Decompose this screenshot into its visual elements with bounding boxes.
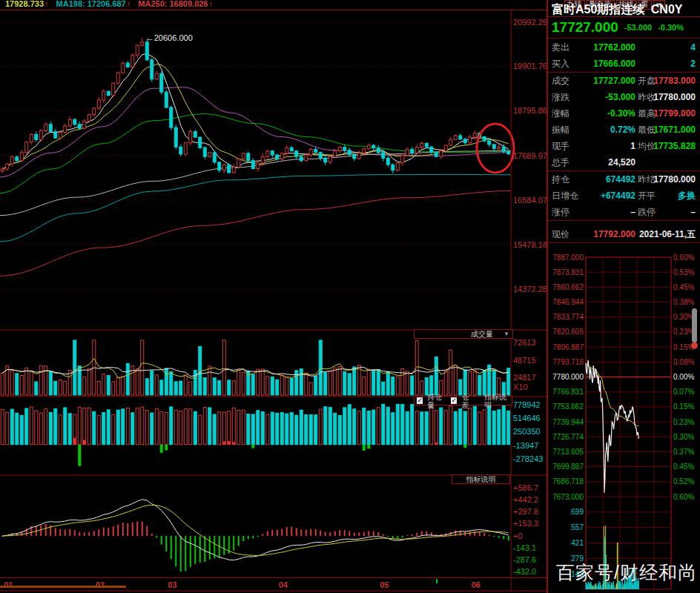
intraday-chart[interactable]: 7887.0007873.8317860.6627846.9447833.774…	[547, 252, 700, 593]
svg-text:20992.29: 20992.29	[513, 18, 547, 27]
volume-pane	[1, 340, 510, 395]
indicator-help-link[interactable]: 指标说明	[484, 393, 512, 409]
svg-text:7833.774: 7833.774	[552, 313, 584, 321]
quote-row-涨停: 涨停–跌停–	[548, 204, 700, 221]
svg-text:-13947: -13947	[513, 441, 538, 450]
svg-text:7686.718: 7686.718	[552, 477, 584, 486]
svg-text:7860.662: 7860.662	[552, 283, 584, 291]
instrument-title: 富时A50期指连续 CN0Y	[548, 0, 700, 17]
diff-checkbox-icon[interactable]: ✓	[451, 397, 457, 404]
last-price-row: 17727.000 -53.000 -0.30%	[548, 17, 700, 39]
svg-text:19901.76: 19901.76	[513, 62, 547, 70]
svg-text:0.38%: 0.38%	[673, 298, 694, 306]
price-change-pct: -0.30%	[658, 23, 684, 32]
svg-text:-287.6: -287.6	[513, 555, 536, 564]
chart-area[interactable]: 20992.2919901.7618795.8617689.9716584.07…	[0, 0, 547, 593]
volume-indicator-dropdown[interactable]: 成交量 ▼	[414, 329, 513, 339]
svg-text:+586.7: +586.7	[513, 483, 538, 492]
indicator-help-link-2[interactable]: 指标说明	[466, 475, 496, 483]
svg-text:421: 421	[571, 539, 584, 547]
svg-text:0.45%: 0.45%	[673, 463, 694, 471]
svg-text:0.15%: 0.15%	[673, 402, 694, 411]
svg-text:0.23%: 0.23%	[673, 418, 694, 426]
svg-text:0.00%: 0.00%	[673, 373, 694, 381]
svg-text:7887.000: 7887.000	[552, 254, 584, 262]
last-price: 17727.000	[552, 19, 618, 36]
svg-text:557: 557	[571, 523, 584, 531]
svg-text:0.37%: 0.37%	[673, 448, 694, 456]
svg-text:7793.718: 7793.718	[552, 358, 584, 366]
svg-text:0.30%: 0.30%	[673, 313, 694, 321]
svg-text:48715: 48715	[513, 356, 536, 365]
svg-text:7739.944: 7739.944	[552, 418, 584, 426]
svg-text:+153.3: +153.3	[513, 519, 538, 528]
svg-text:72613: 72613	[513, 338, 536, 347]
svg-text:17689.97: 17689.97	[513, 151, 547, 160]
svg-text:03: 03	[168, 580, 176, 589]
price-line	[586, 360, 638, 493]
svg-text:7846.944: 7846.944	[552, 298, 584, 306]
svg-text:0.23%: 0.23%	[673, 328, 694, 336]
svg-text:+297.8: +297.8	[513, 507, 538, 516]
svg-text:16584.07: 16584.07	[513, 196, 547, 205]
svg-text:7753.662: 7753.662	[552, 402, 584, 411]
svg-text:0.53%: 0.53%	[673, 268, 694, 276]
quote-row-卖出: 卖出17762.0004	[548, 39, 700, 56]
svg-text:0.52%: 0.52%	[673, 477, 694, 486]
svg-text:18795.86: 18795.86	[513, 106, 547, 115]
quote-row-持仓: 持仓674492昨结17780.000	[548, 171, 700, 188]
svg-text:7699.887: 7699.887	[552, 463, 584, 471]
svg-text:7713.605: 7713.605	[552, 448, 584, 456]
open-interest-controls: ✓ 持仓量 ✓ 仓差 指标说明	[414, 396, 512, 405]
volume-header-label: 成交量	[471, 330, 493, 338]
svg-text:7873.831: 7873.831	[552, 268, 584, 276]
svg-text:7806.887: 7806.887	[552, 343, 584, 351]
svg-text:X10: X10	[513, 382, 528, 391]
svg-text:0.15%: 0.15%	[673, 343, 694, 351]
oi-checkbox-icon[interactable]: ✓	[417, 397, 423, 404]
instrument-name: 富时A50期指连续	[552, 3, 644, 16]
diff-checkbox-label[interactable]: 仓差	[461, 393, 475, 409]
quote-row-振幅: 振幅0.72%最低17671.000	[548, 122, 700, 138]
instrument-code: CN0Y	[651, 3, 683, 16]
quote-row-成交: 成交17727.000开盘17783.000	[548, 73, 700, 89]
peak-annotation: ←20606.000	[146, 33, 193, 42]
svg-text:14372.28: 14372.28	[513, 285, 547, 294]
svg-text:05: 05	[380, 580, 389, 589]
svg-text:0.60%: 0.60%	[673, 254, 694, 262]
main-chart-canvas[interactable]: 20992.2919901.7618795.8617689.9716584.07…	[0, 0, 547, 593]
svg-text:0.08%: 0.08%	[673, 358, 694, 366]
svg-text:06: 06	[472, 580, 481, 589]
svg-text:0.60%: 0.60%	[673, 493, 694, 501]
mini-grid	[586, 257, 671, 589]
svg-text:7726.774: 7726.774	[552, 433, 584, 441]
watermark: 百家号/财经和尚	[556, 560, 697, 585]
quote-row-涨跌: 涨跌-53.000昨收17780.000	[548, 89, 700, 105]
macd-help-box: 指标说明	[452, 474, 510, 484]
marker-tick	[436, 579, 438, 583]
quote-row-买入: 买入17666.0002	[548, 56, 700, 73]
quote-row-总手: 总手24,520	[548, 154, 700, 171]
quote-row-日增仓: 日增仓+674492开平多换	[548, 188, 700, 204]
candles-group	[1, 38, 510, 173]
price-change: -53.000	[624, 23, 652, 32]
oi-checkbox-label[interactable]: 持仓量	[427, 393, 448, 409]
svg-text:-143.1: -143.1	[513, 543, 536, 552]
svg-text:-278243: -278243	[513, 454, 543, 463]
svg-text:778942: 778942	[513, 400, 541, 409]
quote-row-现价: 现价17792.0002021-06-11,五	[548, 226, 700, 243]
quote-rows: 卖出17762.0004买入17666.0002成交17727.000开盘177…	[548, 39, 700, 243]
svg-text:7673.000: 7673.000	[552, 493, 584, 501]
svg-text:-432.0: -432.0	[513, 567, 536, 576]
quote-row-现手: 现手1均价17735.828	[548, 138, 700, 154]
x-axis: 010203040506	[0, 579, 481, 589]
h-scrollbar[interactable]	[0, 586, 126, 588]
quote-row-涨幅: 涨幅-0.30%最高17799.000	[548, 105, 700, 122]
svg-text:514646: 514646	[513, 414, 541, 423]
svg-text:0.07%: 0.07%	[673, 388, 694, 396]
svg-text:15478.18: 15478.18	[513, 240, 547, 249]
svg-text:0.30%: 0.30%	[673, 433, 694, 441]
svg-text:250350: 250350	[513, 427, 541, 436]
macd-pane	[1, 500, 509, 572]
svg-text:+0: +0	[513, 531, 523, 540]
